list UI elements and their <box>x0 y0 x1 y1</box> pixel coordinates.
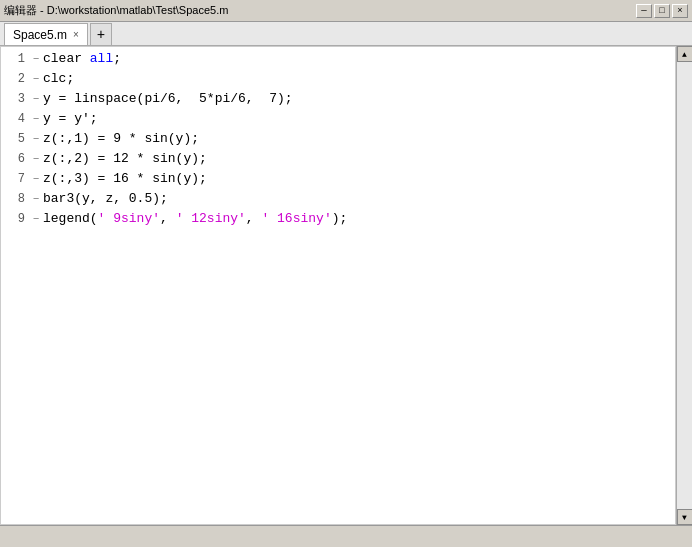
tab-space5[interactable]: Space5.m × <box>4 23 88 45</box>
line-dash: – <box>29 152 43 166</box>
line-number: 6 <box>5 152 29 166</box>
code-line: 4–y = y'; <box>1 111 675 131</box>
line-number: 8 <box>5 192 29 206</box>
line-content: z(:,3) = 16 * sin(y); <box>43 171 207 186</box>
scroll-track[interactable] <box>677 62 692 509</box>
line-number: 3 <box>5 92 29 106</box>
line-dash: – <box>29 132 43 146</box>
code-token: y = linspace(pi/6, 5*pi/6, 7); <box>43 91 293 106</box>
code-line: 3–y = linspace(pi/6, 5*pi/6, 7); <box>1 91 675 111</box>
scroll-down-button[interactable]: ▼ <box>677 509 693 525</box>
status-text <box>8 531 11 543</box>
code-token: clear <box>43 51 90 66</box>
line-content: z(:,1) = 9 * sin(y); <box>43 131 199 146</box>
line-number: 7 <box>5 172 29 186</box>
code-token: legend( <box>43 211 98 226</box>
code-token: z(:,3) = 16 * sin(y); <box>43 171 207 186</box>
code-token: z(:,1) = 9 * sin(y); <box>43 131 199 146</box>
code-line: 6–z(:,2) = 12 * sin(y); <box>1 151 675 171</box>
tab-close-icon[interactable]: × <box>73 29 79 40</box>
scrollbar-vertical[interactable]: ▲ ▼ <box>676 46 692 525</box>
scroll-up-button[interactable]: ▲ <box>677 46 693 62</box>
line-dash: – <box>29 112 43 126</box>
line-number: 1 <box>5 52 29 66</box>
code-container: 1–clear all;2–clc;3–y = linspace(pi/6, 5… <box>1 47 675 524</box>
editor-area: 1–clear all;2–clc;3–y = linspace(pi/6, 5… <box>0 46 676 525</box>
code-token: z(:,2) = 12 * sin(y); <box>43 151 207 166</box>
minimize-button[interactable]: ─ <box>636 4 652 18</box>
line-content: clc; <box>43 71 74 86</box>
title-bar-text: 编辑器 - D:\workstation\matlab\Test\Space5.… <box>4 3 228 18</box>
line-number: 2 <box>5 72 29 86</box>
code-line: 1–clear all; <box>1 51 675 71</box>
tab-bar: Space5.m × + <box>0 22 692 46</box>
code-editor[interactable]: 1–clear all;2–clc;3–y = linspace(pi/6, 5… <box>0 46 676 525</box>
line-dash: – <box>29 212 43 226</box>
line-content: bar3(y, z, 0.5); <box>43 191 168 206</box>
code-token: all <box>90 51 113 66</box>
code-line: 8–bar3(y, z, 0.5); <box>1 191 675 211</box>
line-content: legend(' 9siny', ' 12siny', ' 16siny'); <box>43 211 347 226</box>
line-content: z(:,2) = 12 * sin(y); <box>43 151 207 166</box>
code-token: ; <box>113 51 121 66</box>
code-token: y = y'; <box>43 111 98 126</box>
title-bar-buttons: ─ □ × <box>636 4 688 18</box>
code-line: 2–clc; <box>1 71 675 91</box>
line-dash: – <box>29 72 43 86</box>
new-tab-button[interactable]: + <box>90 23 112 45</box>
line-number: 4 <box>5 112 29 126</box>
title-bar: 编辑器 - D:\workstation\matlab\Test\Space5.… <box>0 0 692 22</box>
line-dash: – <box>29 192 43 206</box>
code-token: ' 9siny' <box>98 211 160 226</box>
code-token: clc; <box>43 71 74 86</box>
status-bar <box>0 525 692 547</box>
maximize-button[interactable]: □ <box>654 4 670 18</box>
line-dash: – <box>29 172 43 186</box>
code-token: , <box>246 211 262 226</box>
line-number: 5 <box>5 132 29 146</box>
code-token: , <box>160 211 176 226</box>
code-token: ' 12siny' <box>176 211 246 226</box>
code-line: 7–z(:,3) = 16 * sin(y); <box>1 171 675 191</box>
code-line: 5–z(:,1) = 9 * sin(y); <box>1 131 675 151</box>
line-content: y = y'; <box>43 111 98 126</box>
line-number: 9 <box>5 212 29 226</box>
code-token: bar3(y, z, 0.5); <box>43 191 168 206</box>
code-token: ); <box>332 211 348 226</box>
line-dash: – <box>29 92 43 106</box>
line-content: clear all; <box>43 51 121 66</box>
code-token: ' 16siny' <box>261 211 331 226</box>
tab-label: Space5.m <box>13 28 67 42</box>
line-dash: – <box>29 52 43 66</box>
app-window: 编辑器 - D:\workstation\matlab\Test\Space5.… <box>0 0 692 547</box>
line-content: y = linspace(pi/6, 5*pi/6, 7); <box>43 91 293 106</box>
code-line: 9–legend(' 9siny', ' 12siny', ' 16siny')… <box>1 211 675 231</box>
close-button[interactable]: × <box>672 4 688 18</box>
